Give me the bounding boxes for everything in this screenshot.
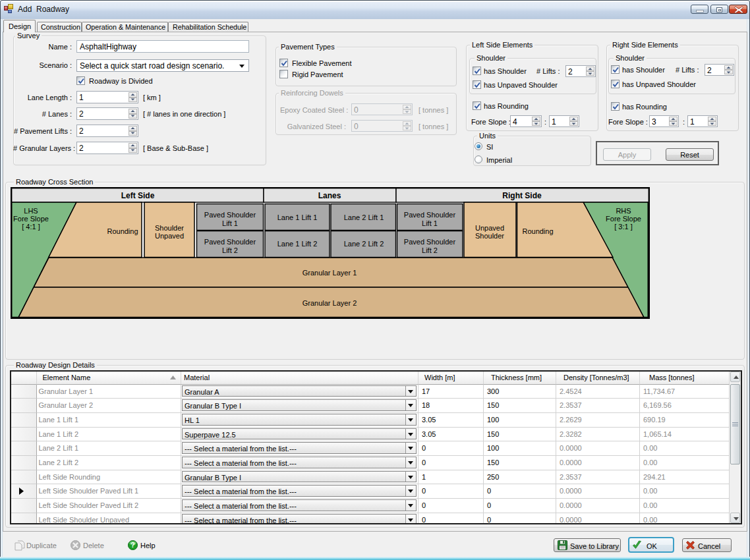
svg-text:Shoulder: Shoulder	[155, 224, 184, 232]
svg-text:[ 3:1 ]: [ 3:1 ]	[614, 223, 633, 231]
svg-text:RHS: RHS	[616, 207, 631, 215]
svg-text:Paved Shoulder: Paved Shoulder	[404, 211, 456, 219]
svg-text:Fore Slope: Fore Slope	[606, 215, 641, 223]
svg-text:Paved Shoulder: Paved Shoulder	[204, 238, 256, 246]
svg-text:LHS: LHS	[24, 207, 38, 215]
svg-text:Rounding: Rounding	[107, 227, 138, 235]
svg-text:Lane 1 Lift 2: Lane 1 Lift 2	[277, 240, 318, 248]
svg-text:Fore Slope: Fore Slope	[13, 215, 49, 223]
svg-text:Lanes: Lanes	[318, 191, 341, 200]
svg-text:Granular Layer 2: Granular Layer 2	[303, 299, 357, 307]
svg-text:Paved Shoulder: Paved Shoulder	[204, 211, 256, 219]
svg-text:Unpaved: Unpaved	[475, 224, 504, 232]
svg-text:Lift 2: Lift 2	[222, 246, 238, 254]
svg-text:Left Side: Left Side	[121, 191, 155, 200]
svg-text:[ 4:1 ]: [ 4:1 ]	[22, 223, 40, 231]
svg-text:Lane 2 Lift 2: Lane 2 Lift 2	[344, 240, 384, 248]
svg-text:Lift 1: Lift 1	[222, 219, 238, 227]
svg-text:Lift 1: Lift 1	[422, 219, 438, 227]
svg-text:Rounding: Rounding	[522, 227, 553, 235]
svg-text:Lift 2: Lift 2	[422, 246, 438, 254]
svg-text:Shoulder: Shoulder	[475, 232, 504, 240]
svg-text:Granular Layer 1: Granular Layer 1	[303, 269, 357, 277]
svg-text:Paved Shoulder: Paved Shoulder	[404, 238, 456, 246]
svg-text:Unpaved: Unpaved	[155, 232, 184, 240]
svg-text:Lane 2 Lift 1: Lane 2 Lift 1	[344, 213, 384, 221]
svg-text:Right Side: Right Side	[502, 191, 542, 200]
svg-text:Lane 1 Lift 1: Lane 1 Lift 1	[277, 213, 318, 221]
svg-text:?: ?	[130, 541, 134, 549]
